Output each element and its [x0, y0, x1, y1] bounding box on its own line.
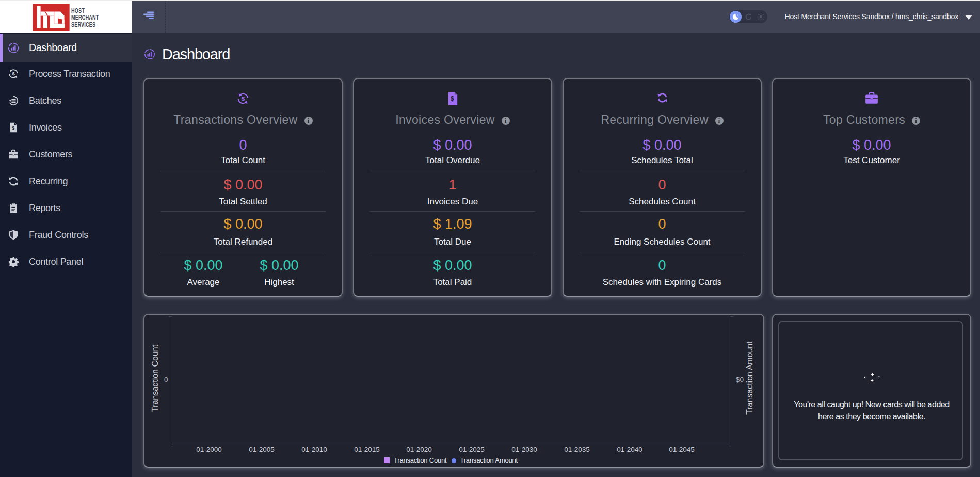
svg-text:$: $: [12, 71, 15, 76]
svg-text:$: $: [12, 125, 14, 131]
svg-text:$: $: [242, 96, 245, 102]
svg-text:$: $: [451, 95, 454, 102]
